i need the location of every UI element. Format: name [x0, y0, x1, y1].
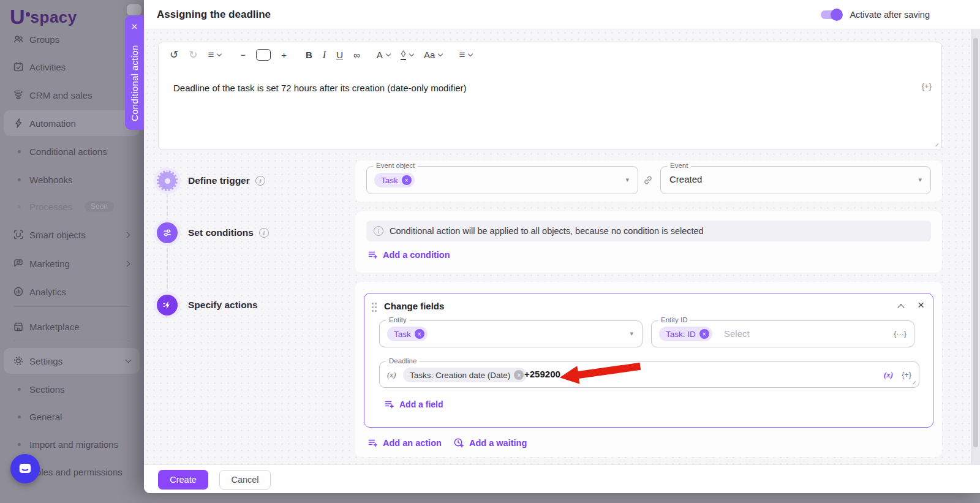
dropdown-caret-icon[interactable]: ▾ [918, 176, 922, 184]
chevron-down-icon [438, 51, 443, 56]
sidebar-item-label: Activities [29, 62, 66, 72]
activate-toggle[interactable] [821, 10, 842, 19]
event-field[interactable]: Event Created ▾ [660, 166, 931, 194]
underline-button[interactable]: U [336, 50, 343, 61]
close-icon[interactable]: × [125, 19, 144, 35]
toggle-knob [831, 9, 843, 21]
editor-content[interactable]: Deadline of the task is set 72 hours aft… [173, 83, 905, 93]
field-legend: Event [667, 162, 691, 169]
info-icon[interactable]: i [259, 228, 269, 238]
braces-token-icon[interactable]: {···} [894, 330, 907, 338]
undo-button[interactable]: ↺ [170, 50, 178, 61]
redo-button[interactable]: ↻ [189, 50, 197, 61]
step-label: Specify actions [188, 300, 258, 311]
list-plus-icon [368, 437, 378, 448]
deadline-modifier-value[interactable]: +259200 [524, 369, 560, 379]
sidebar-item-sections[interactable]: Sections [0, 379, 144, 399]
info-icon[interactable]: i [255, 176, 265, 186]
remove-chip-icon[interactable]: × [415, 329, 424, 339]
sidebar-item-label: Automation [29, 118, 76, 129]
insert-formula-button[interactable]: (x) [884, 370, 893, 380]
insert-variable-button[interactable]: {+} [902, 371, 911, 379]
dropdown-caret-icon[interactable]: ▾ [625, 176, 629, 184]
sidebar-item-smart-objects[interactable]: Smart objects [0, 224, 144, 245]
align-button[interactable]: ≡ [459, 50, 472, 61]
text-case-button[interactable]: Aa [424, 50, 442, 61]
gear-icon [12, 355, 24, 367]
bolt-icon [162, 300, 173, 311]
italic-button[interactable]: I [323, 50, 326, 61]
drawer-scrollbar-track [971, 29, 980, 464]
font-size-box[interactable] [256, 49, 271, 61]
bullet-icon [18, 205, 21, 208]
remove-chip-icon[interactable]: × [699, 329, 709, 339]
smart-objects-icon [12, 229, 24, 241]
link-label: Add an action [383, 438, 442, 448]
insert-variable-token[interactable]: {+} [922, 81, 932, 91]
sidebar-item-import-and-migrations[interactable]: Import and migrations [0, 434, 144, 455]
step-set-conditions: Set conditions i [188, 227, 269, 238]
entity-field[interactable]: Entity Task × ▾ [379, 320, 643, 347]
logo-mark: U [10, 7, 25, 26]
resize-handle[interactable] [932, 140, 938, 146]
sidebar-item-general[interactable]: General [0, 406, 144, 427]
link-button[interactable]: ∞ [353, 50, 360, 61]
bullet-icon [18, 388, 21, 391]
collapse-chevron-icon[interactable] [897, 304, 904, 311]
sidebar-item-analytics[interactable]: Analytics [0, 281, 144, 302]
app-window: U spacy Groups Activities CRM and sales … [0, 0, 980, 503]
sidebar-item-settings[interactable]: Settings [0, 350, 144, 371]
increase-font-button[interactable]: + [281, 50, 287, 61]
sidebar-item-marketing[interactable]: Marketing [0, 253, 144, 274]
tab-label: Conditional action [125, 39, 144, 127]
sidebar-item-activities[interactable]: Activities [0, 56, 144, 77]
logo-dot-icon [26, 12, 30, 17]
remove-chip-icon[interactable]: × [402, 175, 412, 185]
drag-handle[interactable] [372, 303, 377, 312]
conditions-info-banner: i Conditional action will be applied to … [366, 221, 931, 241]
create-button[interactable]: Create [158, 470, 208, 490]
event-value: Created [669, 174, 702, 184]
sidebar-item-groups[interactable]: Groups [0, 29, 144, 50]
chevron-down-icon [409, 51, 414, 56]
bold-button[interactable]: B [306, 50, 312, 61]
tab-conditional-action[interactable]: × Conditional action [125, 15, 144, 130]
chip-label: Tasks: Creation date (Date) [410, 371, 510, 380]
deadline-field[interactable]: Deadline (x) Tasks: Creation date (Date)… [379, 361, 919, 388]
bullet-icon [18, 178, 21, 181]
sidebar-item-crm-and-sales[interactable]: CRM and sales [0, 85, 144, 105]
close-icon[interactable]: × [918, 298, 924, 312]
sidebar-item-conditional-actions[interactable]: Conditional actions [0, 141, 144, 162]
sidebar-item-automation[interactable]: Automation [0, 113, 144, 134]
sidebar-item-label: Groups [29, 34, 59, 45]
logo-text: spacy [31, 7, 77, 27]
sidebar-item-label: Conditional actions [29, 146, 107, 157]
entity-id-field[interactable]: Entity ID Task: ID × Select {···} [651, 320, 914, 347]
cancel-button[interactable]: Cancel [219, 470, 271, 490]
remove-chip-icon[interactable]: × [514, 370, 524, 380]
sidebar-item-webhooks[interactable]: Webhooks [0, 169, 144, 190]
chat-launcher-button[interactable] [10, 454, 40, 483]
decrease-font-button[interactable]: − [240, 50, 246, 61]
event-object-field[interactable]: Event object Task × ▾ [366, 166, 638, 194]
sidebar-item-label: General [29, 412, 62, 422]
dropdown-caret-icon[interactable]: ▾ [630, 330, 633, 338]
chevron-right-icon [124, 232, 130, 238]
drawer-scrollbar-thumb[interactable] [973, 38, 978, 447]
sidebar-item-marketplace[interactable]: Marketplace [0, 316, 144, 337]
add-field-link[interactable]: Add a field [384, 399, 443, 409]
chip-label: Task: ID [666, 330, 696, 339]
list-plus-icon [368, 249, 378, 260]
add-action-link[interactable]: Add an action [368, 437, 442, 448]
chevron-down-icon [126, 357, 132, 363]
actions-card: Change fields × Entity Task × ▾ Entity I… [355, 282, 942, 457]
add-condition-link[interactable]: Add a condition [368, 249, 450, 260]
add-waiting-link[interactable]: Add a waiting [453, 437, 527, 448]
font-color-button[interactable]: A [377, 50, 390, 61]
app-logo[interactable]: U spacy [10, 7, 77, 27]
conditions-info-text: Conditional action will be applied to al… [390, 226, 704, 236]
highlight-color-button[interactable]: ◊ [401, 50, 413, 60]
line-spacing-button[interactable]: ≡ [208, 50, 222, 61]
description-editor[interactable]: ↺ ↻ ≡ − + B I U ∞ A ◊ Aa ≡ Deadline of t… [158, 42, 942, 150]
step-label: Set conditions [188, 227, 254, 238]
